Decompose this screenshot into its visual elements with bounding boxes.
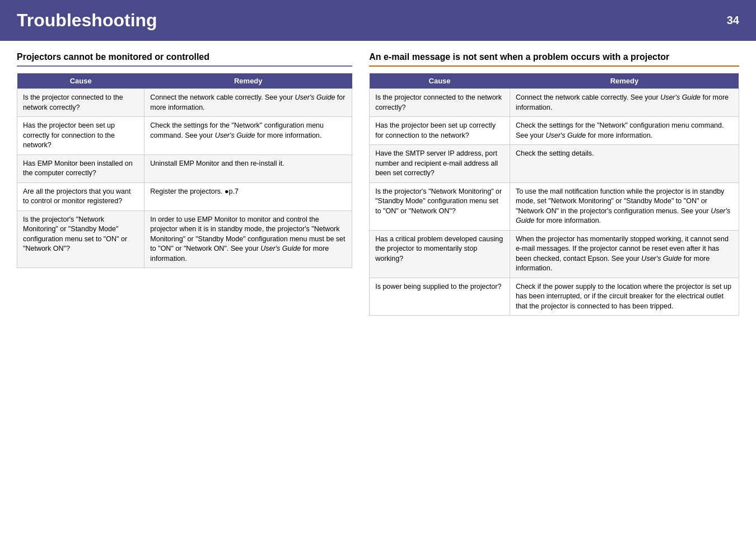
table-row: Has a critical problem developed causing… bbox=[370, 230, 739, 278]
table-row: Is power being supplied to the projector… bbox=[370, 278, 739, 316]
table-row: Is the projector's "Network Monitoring" … bbox=[17, 210, 352, 268]
table-row: Has the projector been set up correctly … bbox=[17, 117, 352, 155]
cause-cell: Has the projector been set up correctly … bbox=[370, 117, 510, 145]
cause-cell: Is the projector connected to the networ… bbox=[370, 89, 510, 117]
table-row: Are all the projectors that you want to … bbox=[17, 182, 352, 210]
remedy-cell: Check the settings for the "Network" con… bbox=[144, 117, 352, 155]
cause-cell: Are all the projectors that you want to … bbox=[17, 182, 144, 210]
table-row: Has the projector been set up correctly … bbox=[370, 117, 739, 145]
cause-cell: Has the projector been set up correctly … bbox=[17, 117, 144, 155]
left-table: Cause Remedy Is the projector connected … bbox=[17, 73, 352, 268]
right-col2-header: Remedy bbox=[510, 73, 739, 89]
remedy-cell: Connect the network cable correctly. See… bbox=[510, 89, 739, 117]
table-row: Is the projector connected to the networ… bbox=[17, 89, 352, 117]
cause-cell: Has a critical problem developed causing… bbox=[370, 230, 510, 278]
table-row: Have the SMTP server IP address, port nu… bbox=[370, 145, 739, 183]
remedy-cell: Check the setting details. bbox=[510, 145, 739, 183]
remedy-cell: Check if the power supply to the locatio… bbox=[510, 278, 739, 316]
table-row: Is the projector's "Network Monitoring" … bbox=[370, 182, 739, 230]
page-header: Troubleshooting 34 bbox=[0, 0, 756, 41]
table-row: Is the projector connected to the networ… bbox=[370, 89, 739, 117]
remedy-cell: When the projector has momentarily stopp… bbox=[510, 230, 739, 278]
remedy-cell: In order to use EMP Monitor to monitor a… bbox=[144, 210, 352, 268]
table-row: Has EMP Monitor been installed on the co… bbox=[17, 154, 352, 182]
left-section: Projectors cannot be monitored or contro… bbox=[17, 52, 363, 279]
page-title: Troubleshooting bbox=[17, 10, 157, 31]
left-col1-header: Cause bbox=[17, 73, 144, 89]
right-col1-header: Cause bbox=[370, 73, 510, 89]
remedy-cell: Connect the network cable correctly. See… bbox=[144, 89, 352, 117]
right-table: Cause Remedy Is the projector connected … bbox=[369, 73, 739, 316]
content-area: Projectors cannot be monitored or contro… bbox=[0, 41, 756, 338]
remedy-cell: Uninstall EMP Monitor and then re-instal… bbox=[144, 154, 352, 182]
right-section-heading: An e-mail message is not sent when a pro… bbox=[369, 52, 739, 67]
remedy-cell: To use the mail notification function wh… bbox=[510, 182, 739, 230]
left-col2-header: Remedy bbox=[144, 73, 352, 89]
right-section: An e-mail message is not sent when a pro… bbox=[363, 52, 739, 327]
page-number: 34 bbox=[727, 14, 739, 27]
cause-cell: Is the projector's "Network Monitoring" … bbox=[17, 210, 144, 268]
cause-cell: Is the projector's "Network Monitoring" … bbox=[370, 182, 510, 230]
cause-cell: Has EMP Monitor been installed on the co… bbox=[17, 154, 144, 182]
cause-cell: Is power being supplied to the projector… bbox=[370, 278, 510, 316]
remedy-cell: Register the projectors. ●p.7 bbox=[144, 182, 352, 210]
remedy-cell: Check the settings for the "Network" con… bbox=[510, 117, 739, 145]
cause-cell: Have the SMTP server IP address, port nu… bbox=[370, 145, 510, 183]
cause-cell: Is the projector connected to the networ… bbox=[17, 89, 144, 117]
left-section-heading: Projectors cannot be monitored or contro… bbox=[17, 52, 352, 67]
